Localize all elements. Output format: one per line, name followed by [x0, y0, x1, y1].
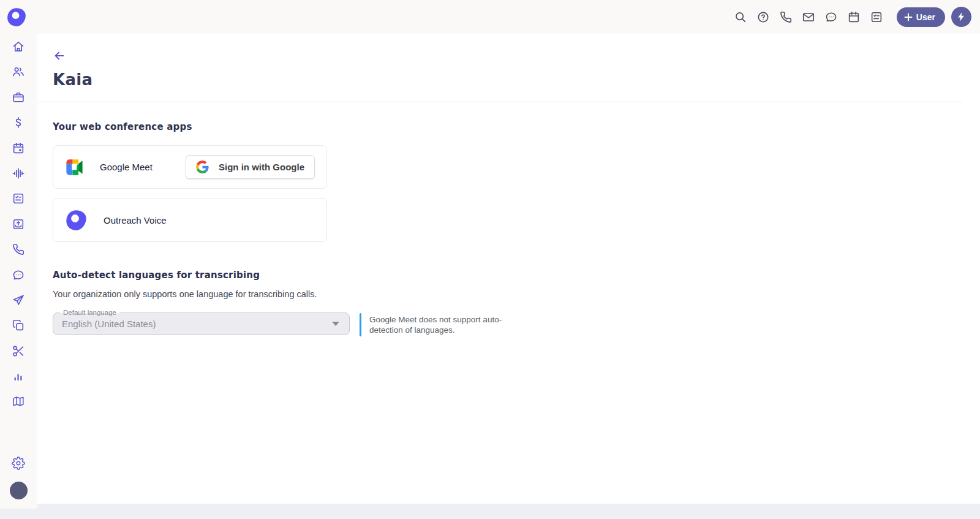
auto-detect-languages-section: Auto-detect languages for transcribing Y… [53, 270, 963, 336]
auto-detect-heading: Auto-detect languages for transcribing [53, 270, 963, 281]
email-icon[interactable] [802, 10, 815, 24]
outreach-voice-label: Outreach Voice [104, 215, 167, 225]
tasks-icon[interactable] [12, 192, 25, 205]
import-icon[interactable] [12, 218, 25, 231]
google-g-icon [196, 161, 209, 173]
phone-icon[interactable] [779, 10, 793, 24]
kaia-waveform-icon[interactable] [12, 167, 25, 180]
home-icon[interactable] [12, 40, 25, 53]
outreach-voice-icon [65, 209, 88, 232]
quick-actions-button[interactable] [951, 7, 971, 27]
chat-icon[interactable] [824, 10, 838, 24]
back-arrow-icon[interactable] [53, 49, 66, 63]
lightning-icon [956, 12, 967, 22]
calls-icon[interactable] [12, 243, 25, 256]
reports-icon[interactable] [12, 369, 25, 383]
send-icon[interactable] [12, 294, 25, 307]
auto-detect-description: Your organization only supports one lang… [53, 289, 963, 299]
google-meet-label: Google Meet [100, 162, 153, 172]
note-text: Google Meet does not support auto-detect… [369, 313, 509, 336]
bottom-strip [0, 509, 980, 519]
default-language-label: Default language [60, 308, 119, 317]
plus-icon [904, 13, 913, 21]
header-divider [37, 102, 963, 102]
search-icon[interactable] [734, 10, 747, 24]
plays-icon[interactable] [12, 395, 25, 408]
tasks-icon[interactable] [870, 10, 883, 24]
add-user-label: User [916, 12, 935, 22]
chat-icon[interactable] [12, 268, 25, 282]
default-language-select[interactable]: Default language English (United States) [53, 313, 350, 335]
main-content: Kaia Your web conference apps Google Mee… [37, 34, 980, 504]
profile-avatar[interactable] [10, 482, 28, 499]
calendar-icon[interactable] [12, 142, 25, 155]
conference-apps-section: Your web conference apps Google Meet [53, 121, 963, 242]
settings-gear-icon[interactable] [12, 456, 25, 470]
page-title: Kaia [53, 70, 963, 89]
add-user-button[interactable]: User [897, 7, 945, 27]
currency-icon[interactable] [12, 116, 25, 129]
outreach-logo-icon [6, 7, 27, 28]
note-accent-bar [360, 313, 361, 336]
google-meet-icon [65, 159, 84, 176]
topbar-actions [734, 10, 883, 24]
google-meet-card: Google Meet Sign in with Google [53, 145, 327, 189]
briefcase-icon[interactable] [12, 91, 25, 104]
default-language-row: Default language English (United States)… [53, 313, 963, 336]
outreach-logo[interactable] [6, 6, 28, 28]
outreach-voice-card: Outreach Voice [53, 198, 327, 242]
conference-apps-heading: Your web conference apps [53, 121, 963, 132]
calendar-icon[interactable] [847, 10, 861, 24]
help-icon[interactable] [756, 10, 770, 24]
snippets-icon[interactable] [12, 344, 25, 358]
sign-in-with-google-label: Sign in with Google [219, 162, 304, 172]
google-meet-note: Google Meet does not support auto-detect… [360, 313, 509, 336]
sign-in-with-google-button[interactable]: Sign in with Google [186, 155, 315, 179]
default-language-value: English (United States) [53, 319, 332, 329]
app-shell: Kaia Your web conference apps Google Mee… [0, 34, 980, 509]
people-icon[interactable] [12, 65, 25, 78]
chevron-down-icon [332, 322, 339, 326]
sidebar-nav [0, 34, 37, 509]
templates-icon[interactable] [12, 319, 25, 332]
topbar: User [0, 0, 980, 34]
